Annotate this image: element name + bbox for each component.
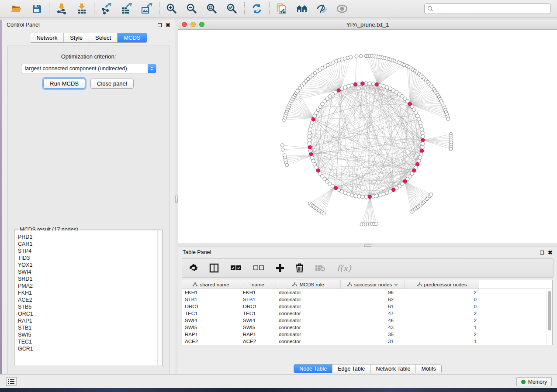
- mcds-result-item[interactable]: ORC1: [18, 310, 162, 317]
- horizontal-splitter[interactable]: [178, 244, 557, 247]
- mcds-result-item[interactable]: YOX1: [18, 261, 162, 268]
- zoom-fit-icon[interactable]: [206, 3, 218, 15]
- table-cell: TEC1: [240, 311, 276, 316]
- table-cell: 96: [341, 290, 405, 295]
- mcds-result-item[interactable]: FKH1: [18, 289, 162, 296]
- table-cell: connector: [276, 325, 341, 330]
- search-field[interactable]: [424, 3, 551, 14]
- mcds-result-item[interactable]: PHD1: [18, 234, 162, 241]
- close-panel-button[interactable]: Close panel: [90, 79, 134, 89]
- table-cell: 1: [405, 325, 479, 330]
- tab-motifs[interactable]: Motifs: [416, 364, 441, 373]
- main-toolbar: [0, 0, 557, 17]
- gear-icon[interactable]: [189, 264, 198, 272]
- save-session-icon[interactable]: [31, 3, 43, 15]
- mcds-result-item[interactable]: ACE2: [18, 296, 162, 303]
- run-mcds-button[interactable]: Run MCDS: [43, 79, 85, 89]
- table-row[interactable]: FKH1FKH1dominator962: [182, 289, 552, 296]
- mcds-result-item[interactable]: TID3: [18, 254, 162, 261]
- hide-selected-icon[interactable]: [316, 3, 328, 15]
- splitter-handle[interactable]: [175, 196, 178, 203]
- mcds-result-item[interactable]: RAP1: [18, 317, 162, 324]
- zoom-selected-icon[interactable]: [226, 3, 238, 15]
- network-graph: [178, 30, 557, 244]
- table-row[interactable]: TEC1TEC1connector472: [182, 310, 552, 317]
- import-network-icon[interactable]: [55, 3, 68, 15]
- dropdown-stepper-icon: ▲▼: [148, 64, 156, 73]
- export-table-icon[interactable]: [121, 3, 133, 15]
- mcds-result-item[interactable]: STB1: [18, 324, 162, 331]
- table-row[interactable]: RAP1RAP1dominator352: [182, 331, 552, 338]
- tab-select[interactable]: Select: [89, 33, 118, 42]
- memory-button[interactable]: Memory: [516, 377, 552, 386]
- criterion-dropdown[interactable]: largest connected component (undirected)…: [21, 64, 156, 73]
- show-all-icon[interactable]: [336, 3, 348, 15]
- float-panel-icon[interactable]: [158, 23, 162, 27]
- first-neighbors-icon[interactable]: [296, 3, 308, 15]
- delete-icon[interactable]: [296, 263, 304, 273]
- import-table-icon[interactable]: [76, 3, 88, 15]
- zoom-in-icon[interactable]: [166, 3, 178, 15]
- add-column-icon[interactable]: [276, 264, 284, 272]
- table-cell: 47: [341, 311, 405, 316]
- function-builder-icon[interactable]: f(x): [337, 263, 351, 273]
- table-row[interactable]: SWI4SWI4dominator462: [182, 317, 552, 324]
- table-scrollbar-thumb[interactable]: [548, 291, 551, 330]
- close-panel-icon[interactable]: ✖: [166, 22, 170, 28]
- close-panel-icon[interactable]: ✖: [548, 250, 553, 255]
- deselect-all-icon[interactable]: [253, 265, 264, 271]
- table-row[interactable]: SWI5SWI5connector431: [182, 324, 552, 331]
- column-header-mcds-role[interactable]: MCDS role: [276, 280, 341, 289]
- table-cell: STB1: [240, 297, 276, 302]
- column-header-predecessor-nodes[interactable]: predecessor nodes: [405, 280, 479, 289]
- mcds-result-item[interactable]: SRD1: [18, 275, 162, 282]
- select-all-icon[interactable]: [230, 265, 242, 271]
- table-cell: connector: [276, 339, 341, 344]
- table-cell: ORC1: [240, 304, 276, 309]
- network-canvas[interactable]: [178, 30, 557, 244]
- mcds-result-item[interactable]: GCR1: [18, 345, 162, 352]
- tab-node-table[interactable]: Node Table: [294, 364, 332, 373]
- mcds-result-list[interactable]: PHD1CAR1STP4TID3YOX1SWI4SRD1PMA2FKH1ACE2…: [15, 230, 162, 365]
- column-header-shared-name[interactable]: shared name: [182, 280, 240, 289]
- vertical-splitter[interactable]: [175, 20, 178, 374]
- open-file-icon[interactable]: [10, 3, 23, 15]
- search-input[interactable]: [435, 6, 548, 12]
- tab-network-table[interactable]: Network Table: [371, 364, 416, 373]
- table-panel: Table Panel ✖ f(x): [178, 247, 557, 374]
- refresh-icon[interactable]: [251, 3, 263, 15]
- table-row[interactable]: ORC1ORC1dominator610: [182, 303, 552, 310]
- mcds-result-item[interactable]: STP4: [18, 248, 162, 254]
- column-header-name[interactable]: name: [240, 280, 276, 289]
- node-table-header: shared name name MCDS role successor nod…: [182, 280, 552, 289]
- mcds-result-item[interactable]: SWI5: [18, 331, 162, 338]
- task-history-button[interactable]: [6, 377, 17, 386]
- export-image-icon[interactable]: [141, 3, 153, 15]
- delete-table-icon[interactable]: [315, 265, 325, 272]
- table-scrollbar[interactable]: [547, 289, 552, 345]
- node-table[interactable]: shared name name MCDS role successor nod…: [182, 280, 553, 345]
- mcds-result-item[interactable]: PMA2: [18, 282, 162, 289]
- float-panel-icon[interactable]: [540, 251, 544, 254]
- table-row[interactable]: STB1STB1dominator620: [182, 296, 552, 303]
- export-network-icon[interactable]: [100, 3, 113, 15]
- mcds-result-item[interactable]: SWI4: [18, 268, 162, 275]
- column-header-successor-nodes[interactable]: successor nodes: [341, 280, 405, 289]
- table-cell: connector: [276, 311, 341, 316]
- zoom-out-icon[interactable]: [186, 3, 198, 15]
- mcds-result-scrollbar[interactable]: [157, 230, 162, 365]
- tab-mcds[interactable]: MCDS: [118, 33, 146, 42]
- mcds-result-item[interactable]: TEC1: [18, 338, 162, 345]
- column-layout-icon[interactable]: [209, 263, 219, 273]
- new-network-from-selection-icon[interactable]: [276, 3, 288, 15]
- tab-edge-table[interactable]: Edge Table: [332, 364, 370, 373]
- splitter-handle[interactable]: [364, 244, 371, 247]
- table-row[interactable]: ACE2ACE2connector311: [182, 338, 552, 345]
- table-row[interactable]: YOX1YOX1connector291: [182, 345, 552, 345]
- table-cell: 31: [341, 339, 405, 344]
- table-cell: 46: [341, 318, 405, 323]
- tab-style[interactable]: Style: [64, 33, 89, 42]
- tab-network[interactable]: Network: [30, 33, 64, 42]
- mcds-result-item[interactable]: CAR1: [18, 241, 162, 248]
- mcds-result-item[interactable]: STB5: [18, 303, 162, 310]
